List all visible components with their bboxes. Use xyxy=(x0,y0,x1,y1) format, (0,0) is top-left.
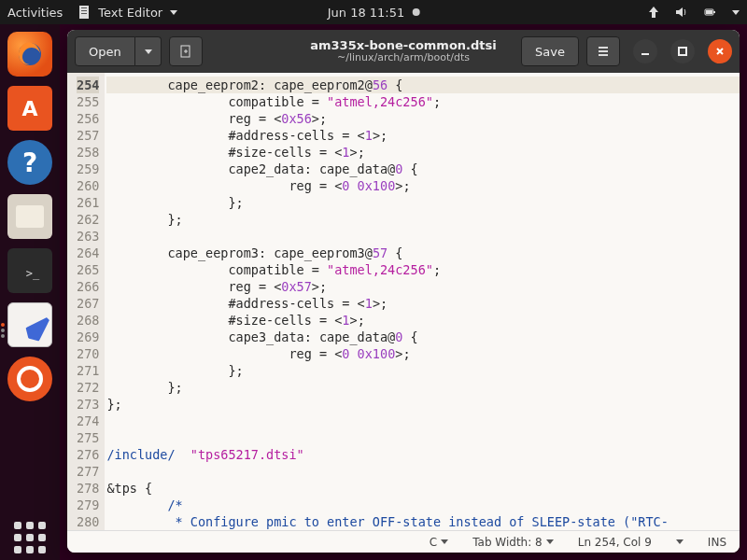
clock-label: Jun 18 11:51 xyxy=(328,6,405,20)
chevron-down-icon xyxy=(441,539,448,544)
dock-item-software[interactable] xyxy=(7,86,52,131)
chevron-down-icon[interactable] xyxy=(676,539,684,544)
status-language-label: C xyxy=(430,536,437,549)
dock-item-terminal[interactable] xyxy=(7,248,52,293)
svg-rect-3 xyxy=(81,13,87,14)
app-menu-label: Text Editor xyxy=(98,6,162,20)
svg-rect-5 xyxy=(713,11,715,13)
svg-rect-1 xyxy=(81,7,87,8)
headerbar: Open am335x-bone-common.dtsi ~/linux/arc… xyxy=(67,30,740,73)
chevron-down-icon xyxy=(145,49,152,54)
window-close-button[interactable] xyxy=(708,39,732,63)
text-editor-icon xyxy=(78,5,92,20)
title-filename: am335x-bone-common.dtsi xyxy=(310,39,497,52)
window-maximize-button[interactable] xyxy=(670,39,695,63)
open-recent-button[interactable] xyxy=(135,36,162,66)
new-tab-button[interactable] xyxy=(169,36,203,66)
status-language[interactable]: C xyxy=(430,536,448,549)
text-editor-window: Open am335x-bone-common.dtsi ~/linux/arc… xyxy=(67,30,740,553)
hamburger-icon xyxy=(596,44,611,59)
dock-item-ubuntu[interactable] xyxy=(7,357,52,401)
dock-item-text-editor[interactable] xyxy=(7,302,52,347)
status-tabwidth[interactable]: Tab Width: 8 xyxy=(472,536,553,549)
network-icon[interactable] xyxy=(646,5,661,20)
dock: ? xyxy=(0,24,60,560)
save-button[interactable]: Save xyxy=(521,36,579,66)
svg-rect-9 xyxy=(679,48,686,55)
svg-rect-6 xyxy=(706,10,712,14)
chevron-down-icon xyxy=(170,10,177,15)
top-panel: Activities Text Editor Jun 18 11:51 xyxy=(0,0,747,24)
dock-item-help[interactable]: ? xyxy=(7,140,52,185)
dock-item-firefox[interactable] xyxy=(7,32,52,77)
activities-button[interactable]: Activities xyxy=(7,6,63,20)
window-title: am335x-bone-common.dtsi ~/linux/arch/arm… xyxy=(310,39,497,63)
svg-rect-2 xyxy=(81,10,87,11)
clock[interactable]: Jun 18 11:51 xyxy=(328,6,420,20)
system-menu-chevron-icon[interactable] xyxy=(732,10,740,15)
status-position: Ln 254, Col 9 xyxy=(578,536,652,549)
code-content[interactable]: cape_eeprom2: cape_eeprom2@56 { compatib… xyxy=(105,73,740,530)
new-document-icon xyxy=(178,44,193,59)
volume-icon[interactable] xyxy=(674,5,689,20)
hamburger-menu-button[interactable] xyxy=(586,36,620,66)
dock-item-files[interactable] xyxy=(7,194,52,239)
power-icon[interactable] xyxy=(702,5,717,20)
app-menu[interactable]: Text Editor xyxy=(78,5,177,20)
window-minimize-button[interactable] xyxy=(633,39,657,63)
apps-grid-icon xyxy=(14,522,46,553)
open-button[interactable]: Open xyxy=(75,36,135,66)
statusbar: C Tab Width: 8 Ln 254, Col 9 INS xyxy=(67,530,740,553)
status-insert-mode[interactable]: INS xyxy=(708,536,726,549)
dock-item-show-applications[interactable] xyxy=(7,515,52,560)
chevron-down-icon xyxy=(546,539,554,544)
title-path: ~/linux/arch/arm/boot/dts xyxy=(310,52,497,63)
editor-area[interactable]: 2542552562572582592602612622632642652662… xyxy=(67,73,740,530)
status-tabwidth-label: Tab Width: 8 xyxy=(472,536,542,549)
line-number-gutter: 2542552562572582592602612622632642652662… xyxy=(67,73,105,530)
notification-dot-icon xyxy=(412,8,419,16)
